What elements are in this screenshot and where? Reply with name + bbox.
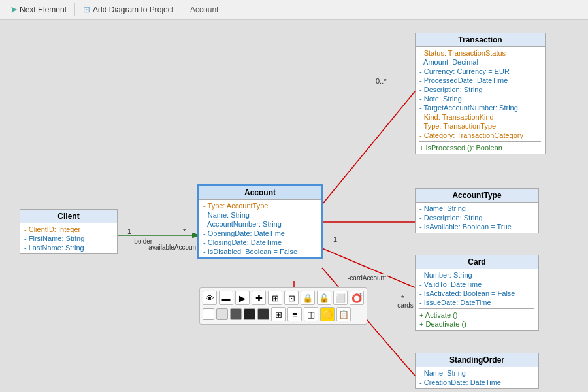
account-field-2: - AccountNumber: String <box>203 220 317 229</box>
at-field-0: - Name: String <box>419 204 534 213</box>
add-diagram-icon: ⊡ <box>83 5 90 14</box>
transaction-box[interactable]: Transaction - Status: TransactionStatus … <box>415 33 546 154</box>
t-field-6: - TargetAccountNumber: String <box>419 103 541 112</box>
c-field-2: - IsActivated: Boolean = False <box>419 289 534 298</box>
add-diagram-label: Add Diagram to Project <box>93 5 174 14</box>
palette-split-btn[interactable]: ◫ <box>304 307 318 321</box>
accounttype-box[interactable]: AccountType - Name: String - Description… <box>415 188 539 233</box>
transaction-title: Transaction <box>416 33 545 47</box>
client-field-0: - ClientID: Integer <box>24 225 113 234</box>
t-field-3: - ProcessedDate: DateTime <box>419 76 541 85</box>
palette-rect-btn[interactable]: ⬜ <box>333 291 348 305</box>
t-field-9: - Category: TransactionCategory <box>419 131 541 140</box>
palette-clipboard-btn[interactable]: 📋 <box>336 307 351 321</box>
c-field-3: - IssueDate: DateTime <box>419 298 534 307</box>
palette-grid-btn[interactable]: ⊞ <box>268 291 282 305</box>
so-field-0: - Name: String <box>419 368 534 378</box>
card-title: Card <box>416 255 538 269</box>
color-light[interactable] <box>216 308 228 320</box>
mult-1-card: 1 <box>333 235 337 243</box>
palette-unlock-btn[interactable]: 🔓 <box>317 291 331 305</box>
client-box[interactable]: Client - ClientID: Integer - FirstName: … <box>20 209 118 254</box>
color-white[interactable] <box>203 308 214 320</box>
so-field-1: - CreationDate: DateTime <box>419 378 534 387</box>
account-field-3: - OpeningDate: DateTime <box>203 229 317 238</box>
svg-line-3 <box>322 248 415 287</box>
next-element-button[interactable]: ➤ Next Element <box>5 3 72 17</box>
account-field-0: - Type: AccountType <box>203 201 317 210</box>
mult-0star: 0..* <box>376 77 387 85</box>
separator-1 <box>74 3 75 16</box>
account-field-1: - Name: String <box>203 210 317 220</box>
mult-1-left: 1 <box>127 227 131 235</box>
so-body: - Name: String - CreationDate: DateTime <box>416 367 538 388</box>
arrow-right-icon: ➤ <box>10 5 17 14</box>
client-body: - ClientID: Integer - FirstName: String … <box>20 223 117 253</box>
palette-plus-btn[interactable]: ✚ <box>252 291 266 305</box>
at-field-1: - Description: String <box>419 213 534 222</box>
c-field-1: - ValidTo: DateTime <box>419 280 534 289</box>
palette-minus-btn[interactable]: ▬ <box>219 291 233 305</box>
separator-2 <box>182 3 182 16</box>
element-palette: × 👁 ▬ ▶ ✚ ⊞ ⊡ 🔒 🔓 ⬜ ⭕ ⊞ ≡ ◫ 🟡 📋 <box>199 287 367 325</box>
c-field-0: - Number: String <box>419 270 534 280</box>
role-cards: -cards <box>394 302 415 309</box>
mult-star-right: * <box>183 227 186 235</box>
canvas: 1 * 0..* 1 * -bolder -availableAccounts … <box>0 20 588 392</box>
account-body: - Type: AccountType - Name: String - Acc… <box>199 200 321 257</box>
client-title: Client <box>20 210 117 223</box>
palette-eye-btn[interactable]: 👁 <box>203 291 217 305</box>
role-available: -availableAccounts <box>145 244 203 251</box>
color-dark[interactable] <box>244 308 255 320</box>
c-divider <box>419 308 534 309</box>
account-field-4: - ClosingDate: DateTime <box>203 238 317 247</box>
t-field-5: - Note: String <box>419 94 541 103</box>
t-field-7: - Kind: TransactionKind <box>419 112 541 122</box>
t-field-1: - Amount: Decimal <box>419 57 541 67</box>
role-cardaccount: -cardAccount <box>346 274 387 282</box>
account-field-5: - IsDisabled: Boolean = False <box>203 247 317 256</box>
accounttype-body: - Name: String - Description: String - I… <box>416 203 538 233</box>
t-divider <box>419 141 541 142</box>
account-box[interactable]: Account - Type: AccountType - Name: Stri… <box>198 185 322 259</box>
palette-play-btn[interactable]: ▶ <box>235 291 250 305</box>
palette-table-btn[interactable]: ⊡ <box>284 291 299 305</box>
c-method-0: + Activate () <box>419 310 534 319</box>
client-field-2: - LastName: String <box>24 243 113 252</box>
so-title: StandingOrder <box>416 353 538 367</box>
palette-lock-btn[interactable]: 🔒 <box>301 291 315 305</box>
t-method-0: + IsProcessed (): Boolean <box>419 143 541 152</box>
svg-line-1 <box>322 91 415 204</box>
palette-grid2-btn[interactable]: ⊞ <box>271 307 286 321</box>
standingorder-box[interactable]: StandingOrder - Name: String - CreationD… <box>415 353 539 389</box>
palette-row-1: 👁 ▬ ▶ ✚ ⊞ ⊡ 🔒 🔓 ⬜ ⭕ <box>203 291 364 305</box>
transaction-body: - Status: TransactionStatus - Amount: De… <box>416 47 545 154</box>
t-field-0: - Status: TransactionStatus <box>419 48 541 57</box>
account-title: Account <box>199 186 321 200</box>
card-box[interactable]: Card - Number: String - ValidTo: DateTim… <box>415 255 539 331</box>
mult-star-card: * <box>401 294 404 302</box>
accounttype-title: AccountType <box>416 189 538 203</box>
t-field-8: - Type: TransactionType <box>419 122 541 131</box>
palette-close-button[interactable]: × <box>356 289 365 299</box>
client-field-1: - FirstName: String <box>24 234 113 243</box>
palette-yellow-btn[interactable]: 🟡 <box>320 307 335 321</box>
toolbar: ➤ Next Element ⊡ Add Diagram to Project … <box>0 0 588 20</box>
t-field-2: - Currency: Currency = EUR <box>419 67 541 76</box>
t-field-4: - Description: String <box>419 85 541 94</box>
palette-row-2: ⊞ ≡ ◫ 🟡 📋 <box>203 307 364 321</box>
breadcrumb: Account <box>185 3 223 17</box>
add-diagram-button[interactable]: ⊡ Add Diagram to Project <box>78 2 179 17</box>
color-darker[interactable] <box>257 308 269 320</box>
palette-lines-btn[interactable]: ≡ <box>287 307 302 321</box>
color-mid[interactable] <box>230 308 242 320</box>
c-method-1: + Deactivate () <box>419 319 534 329</box>
next-element-label: Next Element <box>20 5 67 14</box>
card-body: - Number: String - ValidTo: DateTime - I… <box>416 269 538 330</box>
at-field-2: - IsAvailable: Boolean = True <box>419 222 534 231</box>
